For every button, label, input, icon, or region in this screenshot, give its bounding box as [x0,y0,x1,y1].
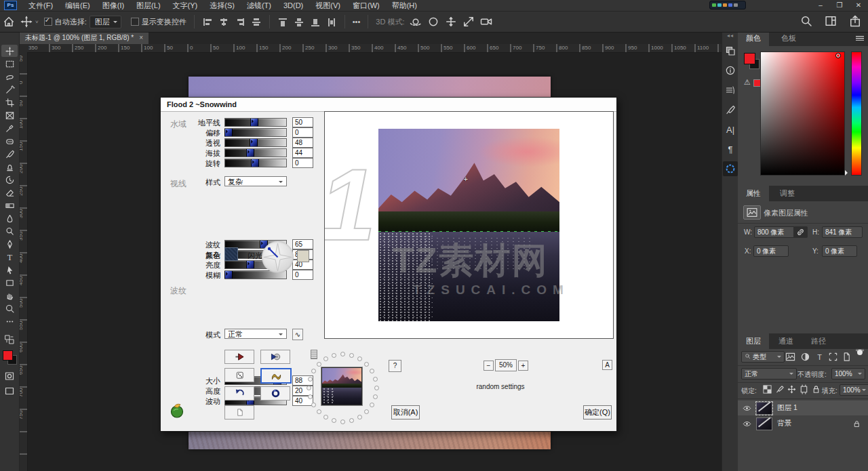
dodge-tool[interactable] [1,225,18,237]
perspective-value[interactable]: 48 [292,138,313,148]
memory-dot[interactable] [349,418,354,423]
memory-dot[interactable] [308,377,313,382]
glint-color-swatch[interactable] [297,250,309,262]
home-icon[interactable] [1,15,16,28]
filter-adjustment-icon[interactable] [800,352,810,362]
water-color-swatch[interactable] [224,247,238,261]
align-left-icon[interactable] [203,18,212,26]
history-brush-tool[interactable] [1,173,18,186]
preview-thumbnail[interactable] [321,367,362,405]
edit-toolbar[interactable] [1,315,18,327]
tab-layers[interactable]: 图层 [738,333,769,349]
perspective-slider-thumb[interactable] [250,139,258,146]
menu-视图(V)[interactable]: 视图(V) [309,0,347,11]
menu-编辑(E)[interactable]: 编辑(E) [59,0,96,11]
saturation-brightness-field[interactable] [760,52,845,176]
help-button[interactable]: ? [389,360,401,372]
tab-adjustments[interactable]: 调整 [772,186,803,201]
layer-thumbnail[interactable] [756,402,772,415]
memory-dot[interactable] [311,403,316,407]
layer-filter-dropdown[interactable]: 类型 [741,351,785,363]
rotation-value[interactable]: 0 [292,158,313,168]
blank-page-button[interactable] [224,405,254,419]
filter-toggle-pin[interactable] [857,350,863,355]
3d-orbit-icon[interactable] [408,15,423,28]
preview-area[interactable]: + 1 TZ素材网 TZSUCAI.COM [324,111,614,339]
lock-position-icon[interactable] [787,384,797,394]
auto-button[interactable]: A [602,360,612,370]
3d-slide-icon[interactable] [461,15,476,28]
blur-slider-thumb[interactable] [224,271,233,279]
more-options[interactable]: ••• [353,18,361,26]
memory-dot[interactable] [311,369,316,373]
rotation-slider[interactable] [224,159,287,167]
distribute-bottom-icon[interactable] [311,18,320,26]
swap-colors-icon[interactable] [1,334,18,345]
eyedropper-tool[interactable] [1,122,18,134]
filter-smartobject-icon[interactable] [842,352,852,362]
memory-dot[interactable] [323,415,328,419]
width-field[interactable]: 800 像素 [754,226,795,238]
pen-tool[interactable] [1,238,18,250]
zoom-level[interactable]: 50% [495,359,517,371]
tab-paths[interactable]: 路径 [803,333,834,349]
zoom-out-button[interactable]: − [484,361,494,371]
brush-tool[interactable] [1,148,18,160]
3d-roll-icon[interactable] [426,15,441,28]
dock-collapse-icon[interactable]: ◂◂ [722,33,738,39]
share-icon[interactable] [848,14,863,28]
distribute-vertical-icon[interactable] [327,18,336,26]
show-transform-checkbox[interactable] [131,18,139,26]
memory-dot[interactable] [317,409,321,414]
water-preset-button[interactable] [260,368,292,384]
memory-dot[interactable] [364,362,369,367]
horizontal-ruler[interactable]: 3503002502001501005005010015020025030035… [27,44,724,53]
offset-value[interactable]: 0 [292,127,313,138]
memory-dot[interactable] [307,386,311,390]
lock-all-icon[interactable] [811,384,821,394]
filter-image-icon[interactable] [785,352,795,362]
altitude-slider[interactable] [224,148,287,157]
menu-窗口(W)[interactable]: 窗口(W) [347,0,386,11]
ok-button[interactable]: 确定(Q) [583,405,612,419]
y-field[interactable]: 0 像素 [822,245,857,257]
fill-field[interactable]: 100% [840,384,868,396]
memory-dot[interactable] [349,353,354,358]
lock-pixels-icon[interactable] [774,384,785,394]
restore-button[interactable]: ❐ [830,0,849,10]
blur-tool[interactable] [1,212,18,224]
filter-shape-icon[interactable] [828,352,838,362]
lasso-tool[interactable] [1,70,18,83]
altitude-slider-thumb[interactable] [246,149,254,157]
hue-bar[interactable] [851,52,862,176]
brushes-panel-icon[interactable] [723,102,738,117]
panel-menu-icon[interactable] [856,36,864,41]
memory-dot[interactable] [370,369,374,373]
brightness-slider-thumb[interactable] [246,261,254,268]
memory-dot[interactable] [308,394,313,399]
active-plugin-panel-icon[interactable] [723,161,738,176]
3d-camera-icon[interactable] [479,15,494,28]
zoom-tool[interactable] [1,302,18,314]
panel-foreground-swatch[interactable] [744,53,755,64]
link-dimensions-icon[interactable] [793,226,808,238]
lock-artboard-icon[interactable] [799,384,809,394]
memory-dot[interactable] [374,386,379,390]
menu-选择(S)[interactable]: 选择(S) [203,0,241,11]
tab-channels[interactable]: 通道 [770,333,802,349]
mode-dropdown[interactable]: 正常 [224,329,287,339]
minimize-button[interactable]: – [811,0,830,10]
shape-tool[interactable] [1,277,18,289]
memory-dot[interactable] [332,353,336,358]
memory-dot[interactable] [370,403,374,407]
marquee-tool[interactable] [1,58,18,70]
x-field[interactable]: 0 像素 [753,245,789,257]
blur-value[interactable]: 0 [292,270,313,280]
wiggle-button[interactable]: ∿ [292,329,303,340]
paragraph-panel-icon[interactable]: ¶ [723,142,738,157]
character-panel-icon[interactable]: A| [723,122,738,137]
menu-帮助(H)[interactable]: 帮助(H) [386,0,423,11]
menu-图像(I)[interactable]: 图像(I) [96,0,130,11]
align-center-icon[interactable] [219,18,229,26]
workspace-switcher-icon[interactable] [823,14,838,28]
